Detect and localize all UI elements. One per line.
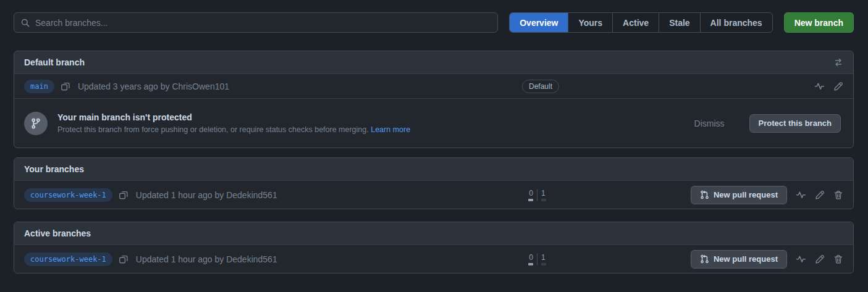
new-pull-request-button[interactable]: New pull request	[691, 186, 787, 204]
activity-icon[interactable]	[796, 190, 806, 200]
behind-count: 0	[529, 253, 533, 262]
notice-title: Your main branch isn't protected	[57, 112, 685, 122]
ahead-bar	[541, 263, 546, 265]
copy-branch-name-icon[interactable]	[119, 254, 129, 264]
dismiss-button[interactable]: Dismiss	[694, 119, 725, 128]
branch-row: coursework-week-1 Updated 1 hour ago by …	[14, 244, 853, 273]
tab-yours[interactable]: Yours	[568, 13, 612, 32]
active-branches-card: Active branches coursework-week-1 Update…	[14, 222, 854, 273]
ahead-bar	[541, 199, 546, 201]
new-pull-request-button[interactable]: New pull request	[691, 250, 787, 269]
behind-bar	[528, 263, 533, 265]
copy-branch-name-icon[interactable]	[119, 190, 129, 200]
default-badge: Default	[522, 80, 559, 93]
branch-row: coursework-week-1 Updated 1 hour ago by …	[14, 180, 853, 209]
default-branch-row: main Updated 3 years ago by ChrisOwen101…	[14, 73, 853, 98]
behind-count: 0	[529, 189, 533, 198]
activity-icon[interactable]	[796, 254, 806, 264]
branch-updated-text: Updated 3 years ago by ChrisOwen101	[78, 81, 229, 91]
behind-bar	[528, 199, 533, 201]
compare-branches-icon[interactable]	[833, 57, 843, 67]
learn-more-link[interactable]: Learn more	[371, 125, 410, 134]
search-branches-input[interactable]	[35, 18, 491, 28]
protect-branch-button[interactable]: Protect this branch	[749, 114, 841, 133]
delete-branch-icon[interactable]	[833, 254, 843, 264]
pull-request-icon	[700, 254, 709, 264]
delete-branch-icon[interactable]	[833, 190, 843, 200]
branch-name-link[interactable]: main	[24, 80, 54, 93]
ahead-behind-counter: 0 1	[528, 189, 546, 201]
search-icon	[20, 18, 30, 28]
default-branch-header: Default branch	[14, 51, 853, 73]
ahead-count: 1	[541, 189, 546, 198]
branch-updated-text: Updated 1 hour ago by Dedekind561	[136, 190, 277, 200]
notice-text: Your main branch isn't protected Protect…	[57, 112, 685, 134]
activity-icon[interactable]	[814, 81, 825, 91]
ahead-behind-counter: 0 1	[528, 253, 546, 265]
ahead-count: 1	[541, 253, 546, 262]
new-branch-button[interactable]: New branch	[784, 12, 854, 33]
branch-name-link[interactable]: coursework-week-1	[24, 188, 112, 202]
pull-request-icon	[700, 190, 709, 199]
your-branches-header: Your branches	[14, 158, 853, 180]
edit-branch-icon[interactable]	[833, 81, 843, 91]
active-branches-header: Active branches	[14, 222, 853, 244]
default-branch-card: Default branch main Updated 3 years ago …	[14, 51, 854, 148]
search-branches-box[interactable]	[14, 12, 498, 33]
tab-overview[interactable]: Overview	[510, 13, 568, 32]
your-branches-card: Your branches coursework-week-1 Updated …	[14, 157, 854, 209]
tab-all-branches[interactable]: All branches	[700, 13, 772, 32]
branch-updated-text: Updated 1 hour ago by Dedekind561	[136, 254, 277, 264]
branches-toolbar: Overview Yours Active Stale All branches…	[14, 12, 854, 33]
section-title: Active branches	[24, 228, 843, 238]
edit-branch-icon[interactable]	[815, 254, 825, 264]
tab-stale[interactable]: Stale	[659, 13, 699, 32]
branch-filter-tabs: Overview Yours Active Stale All branches	[509, 12, 772, 33]
branch-protection-notice: Your main branch isn't protected Protect…	[14, 98, 853, 148]
copy-branch-name-icon[interactable]	[61, 81, 70, 91]
branch-name-link[interactable]: coursework-week-1	[24, 252, 112, 266]
edit-branch-icon[interactable]	[815, 190, 825, 200]
git-branch-icon	[24, 112, 48, 135]
section-title: Your branches	[24, 164, 843, 174]
tab-active[interactable]: Active	[612, 13, 659, 32]
notice-description: Protect this branch from force pushing o…	[57, 125, 685, 134]
section-title: Default branch	[24, 57, 833, 67]
